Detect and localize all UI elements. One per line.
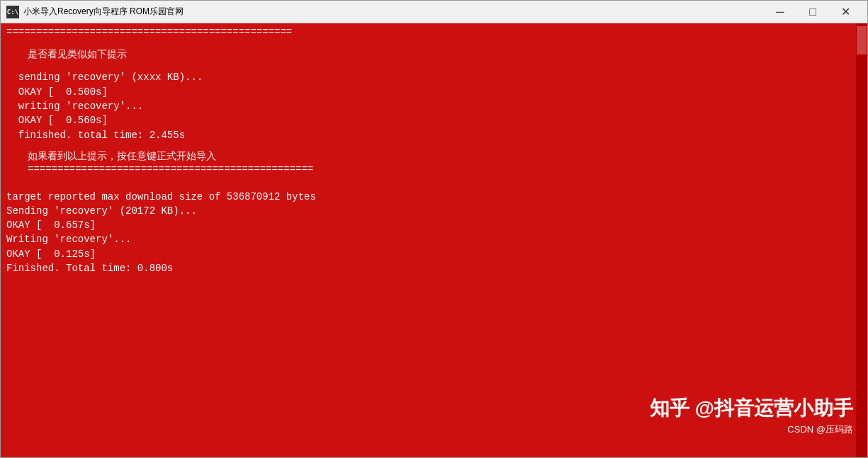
window-controls: ─ □ ✕ [764, 1, 862, 23]
scrollbar-thumb[interactable] [857, 26, 867, 55]
close-button[interactable]: ✕ [829, 1, 862, 23]
title-bar-left: C:\ 小米导入Recovery向导程序 ROM乐园官网 [6, 6, 184, 18]
output-line-2: Sending 'recovery' (20172 KB)... [6, 204, 862, 218]
example-line-5: finished. total time: 2.455s [6, 128, 862, 142]
window-title: 小米导入Recovery向导程序 ROM乐园官网 [23, 6, 184, 18]
scrollbar[interactable] [856, 23, 867, 457]
output-line-5: OKAY [ 0.125s] [6, 247, 862, 261]
maximize-button[interactable]: □ [796, 1, 829, 23]
divider-bottom: ========================================… [28, 164, 862, 175]
example-line-4: OKAY [ 0.560s] [6, 113, 862, 127]
example-line-2: OKAY [ 0.500s] [6, 85, 862, 99]
output-blank [6, 175, 862, 189]
main-window: C:\ 小米导入Recovery向导程序 ROM乐园官网 ─ □ ✕ =====… [0, 0, 868, 458]
chinese-prompt-2: 如果看到以上提示，按任意键正式开始导入 [6, 148, 862, 164]
output-line-6: Finished. Total time: 0.800s [6, 261, 862, 275]
minimize-button[interactable]: ─ [764, 1, 796, 23]
output-line-1: target reported max download size of 536… [6, 190, 862, 204]
example-line-1: sending 'recovery' (xxxx KB)... [6, 70, 862, 84]
example-line-3: writing 'recovery'... [6, 99, 862, 113]
chinese-prompt-1: 是否看见类似如下提示 [6, 46, 862, 62]
console-output: ========================================… [1, 23, 867, 457]
watermark-sub-text: CSDN @压码路 [650, 423, 853, 436]
divider-top: ========================================… [6, 26, 862, 38]
watermark: 知乎 @抖音运营小助手 CSDN @压码路 [650, 395, 853, 436]
watermark-main-text: 知乎 @抖音运营小助手 [650, 395, 853, 422]
output-line-4: Writing 'recovery'... [6, 232, 862, 246]
app-icon: C:\ [6, 6, 19, 18]
output-line-3: OKAY [ 0.657s] [6, 218, 862, 232]
title-bar: C:\ 小米导入Recovery向导程序 ROM乐园官网 ─ □ ✕ [1, 1, 867, 23]
